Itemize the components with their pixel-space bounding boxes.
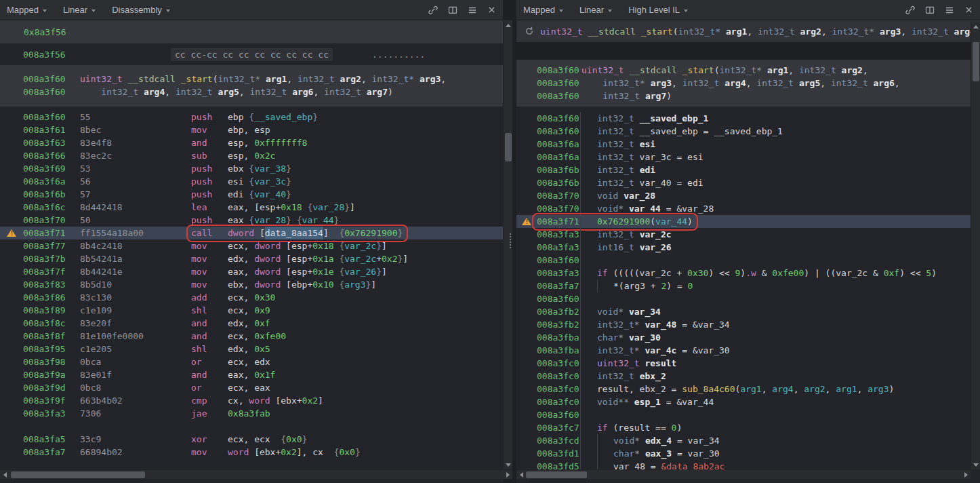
disassembly-row[interactable]: 008a3f6383e4f8andesp, 0xfffffff8 [0, 136, 503, 149]
disassembly-row[interactable]: 008a3f7b8b54241amovedx, dword [esp+0x1a … [0, 252, 503, 265]
disassembly-row[interactable]: 008a3f838b5d10movebx, dword [ebp+0x10 {a… [0, 278, 503, 291]
code-token[interactable]: sub_8a4c60 [682, 384, 735, 394]
hlil-row[interactable]: 008a3fd1char* eax_3 = var_30 [516, 447, 980, 460]
hlil-row[interactable]: 008a3f70void var_28 [516, 189, 980, 202]
scroll-right-button[interactable] [961, 470, 971, 480]
hlil-row[interactable]: 008a3f6bint32_t edi [516, 163, 980, 176]
link-icon[interactable] [905, 5, 915, 15]
disassembly-row[interactable]: 008a3f9d0bc8orecx, eax [0, 381, 503, 394]
hlil-row[interactable]: 008a3f6aint32_t esi [516, 138, 980, 151]
scroll-down-button[interactable] [971, 460, 980, 469]
disassembly-row[interactable]: 008a3f6a56pushesi {var_3c} [0, 175, 503, 188]
menu-mapped[interactable]: Mapped [523, 5, 563, 15]
hlil-row[interactable]: 008a3fa3int32_t var_2c [516, 228, 980, 241]
hlil-row[interactable]: 008a3fc0result, ebx_2 = sub_8a4c60(arg1,… [516, 383, 980, 395]
menu-linear[interactable]: Linear [63, 5, 96, 15]
disassembly-row[interactable]: 008a3f8c83e20fandedx, 0xf [0, 317, 503, 330]
disassembly-row[interactable]: 008a3f8683c130addecx, 0x30 [0, 291, 503, 304]
menu-linear[interactable]: Linear [579, 5, 612, 15]
hamburger-menu-icon[interactable] [945, 5, 954, 15]
menu-view-hlil[interactable]: High Level IL [628, 5, 688, 15]
disassembly-row[interactable]: 008a3fa766894b02movword [ebx+0x2], cx {0… [0, 446, 503, 459]
disassembly-row[interactable]: 008a3f6055pushebp {__saved_ebp} [0, 111, 503, 123]
hlil-row[interactable]: 008a3fc7if (result == 0) [516, 421, 980, 434]
disassembly-row[interactable]: 008a3fa37306jae0x8a3fab [0, 407, 503, 420]
code-token[interactable]: _start [641, 26, 673, 37]
hlil-row[interactable]: 008a3fcdvoid* edx_4 = var_34 [516, 434, 980, 447]
hlil-row[interactable]: 008a3fb2void* var_34 [516, 305, 980, 318]
function-signature-row[interactable]: 008a3f60uint32_t __stdcall _start(int32_… [516, 64, 980, 77]
disassembly-row[interactable]: 008a3f89c1e109shlecx, 0x9 [0, 304, 503, 317]
scrollbar-thumb[interactable] [526, 471, 587, 478]
code-token[interactable]: data_8aa154 [265, 227, 323, 239]
hlil-row[interactable]: 008a3fc0int32_t ebx_2 [516, 370, 980, 383]
disassembly-row[interactable]: 008a3f980bcaorecx, edx [0, 355, 503, 368]
code-token[interactable]: _start [682, 65, 714, 75]
right-vertical-scrollbar[interactable] [971, 22, 980, 469]
hlil-row[interactable]: 008a3fc0uint32_t result [516, 357, 980, 370]
menu-view-disassembly[interactable]: Disassembly [112, 5, 170, 15]
hlil-row[interactable]: 008a3f60 [516, 254, 980, 267]
function-signature-row[interactable]: 008a3f60uint32_t __stdcall _start(int32_… [0, 73, 503, 85]
hlil-row[interactable]: 008a3f6bint32_t var_40 = edi [516, 176, 980, 189]
disassembly-row[interactable]: 008a3f7050pusheax {var_28} {var_44} [0, 214, 503, 227]
disassembly-row[interactable]: 008a3f618becmovebp, esp [0, 123, 503, 136]
code-token[interactable]: _start [181, 73, 213, 85]
hamburger-menu-icon[interactable] [468, 5, 477, 15]
scrollbar-thumb[interactable] [973, 42, 979, 81]
scroll-down-button[interactable] [504, 460, 513, 469]
disassembly-row[interactable]: 008a3f7f8b44241emoveax, dword [esp+0x1e … [0, 265, 503, 278]
hlil-row[interactable]: 008a3fb2int32_t* var_48 = &var_34 [516, 318, 980, 331]
disassembly-row[interactable]: 008a3f6953pushebx {var_38} [0, 162, 503, 175]
split-pane-icon[interactable] [925, 5, 935, 15]
disassembly-row[interactable]: 008a3f778b4c2418movecx, dword [esp+0x18 … [0, 239, 503, 252]
hlil-row[interactable]: 008a3fbachar* var_30 [516, 331, 980, 344]
menu-mapped[interactable]: Mapped [7, 5, 47, 15]
disassembly-row[interactable]: 008a3f9f663b4b02cmpcx, word [ebx+0x2] [0, 394, 503, 407]
hlil-row[interactable]: 008a3f60 [516, 292, 980, 305]
right-horizontal-scrollbar[interactable] [516, 469, 971, 479]
disassembly-row[interactable]: 008a3fa533c9xorecx, ecx {0x0} [0, 433, 503, 446]
left-vertical-scrollbar[interactable] [503, 20, 512, 469]
sticky-function-header[interactable]: uint32_t __stdcall _start(int32_t* arg1,… [516, 20, 980, 42]
scroll-left-button[interactable] [516, 470, 526, 480]
code-token: int32_t* [218, 73, 261, 85]
function-signature-row[interactable]: 008a3f60 int32_t* arg3, int32_t arg4, in… [516, 77, 980, 90]
hlil-row[interactable]: 008a3fa3if (((((var_2c + 0x30) << 9).w &… [516, 267, 980, 279]
scroll-up-button[interactable] [971, 22, 980, 31]
hlil-row[interactable]: 008a3f60int32_t __saved_ebp = __saved_eb… [516, 125, 980, 138]
disassembly-row[interactable]: 008a3f6b57pushedi {var_40} [0, 188, 503, 201]
hlil-row[interactable]: 008a3f60 [516, 408, 980, 421]
code-token[interactable]: &data_8ab2ac [661, 461, 724, 469]
hlil-row[interactable]: 008a3fc0void** esp_1 = &var_44 [516, 395, 980, 408]
hex-dump-row[interactable]: 008a3f56 cc cc-cc cc cc cc cc cc cc cc .… [0, 48, 503, 61]
scroll-up-button[interactable] [504, 20, 513, 30]
disassembly-row[interactable]: 008a3f9a83e01fandeax, 0x1f [0, 368, 503, 381]
disassembly-row[interactable] [0, 420, 503, 433]
disassembly-row[interactable]: 008a3f6c8d442418leaeax, [esp+0x18 {var_2… [0, 201, 503, 214]
scrollbar-thumb[interactable] [505, 133, 512, 161]
close-icon[interactable] [964, 5, 973, 14]
hlil-row[interactable]: 008a3fa7*(arg3 + 2) = 0 [516, 279, 980, 292]
function-signature-row[interactable]: 008a3f60 int32_t arg7) [516, 90, 980, 102]
link-icon[interactable] [428, 5, 438, 15]
scroll-left-button[interactable] [0, 470, 9, 480]
hlil-row[interactable]: 008a3f6aint32_t var_3c = esi [516, 151, 980, 163]
close-icon[interactable] [487, 5, 496, 14]
hlil-row[interactable]: 008a3fbaint32_t* var_4c = &var_30 [516, 344, 980, 357]
split-pane-icon[interactable] [448, 5, 457, 15]
function-signature-row[interactable]: 008a3f60 int32_t arg4, int32_t arg5, int… [0, 85, 503, 98]
hlil-row[interactable]: 008a3fd5var_48 = &data_8ab2ac [516, 460, 980, 469]
disassembly-row[interactable]: 008a3f8f81e100fe0000andecx, 0xfe00 [0, 330, 503, 343]
hlil-row[interactable]: 008a3fa3int16_t var_26 [516, 241, 980, 254]
disassembly-row[interactable]: 008a3f95c1e205shledx, 0x5 [0, 343, 503, 355]
disassembly-row[interactable]: 008a3f71ff1554a18a00calldword [data_8aa1… [0, 227, 503, 239]
hlil-row[interactable]: 008a3f70void* var_44 = &var_28 [516, 202, 980, 215]
left-horizontal-scrollbar[interactable] [0, 469, 512, 479]
hlil-row[interactable]: 008a3f60int32_t __saved_ebp_1 [516, 112, 980, 125]
hlil-row[interactable]: 008a3f710x76291900(var_44) [516, 215, 980, 228]
scrollbar-thumb[interactable] [11, 471, 145, 478]
address-peek-row[interactable]: 0x8a3f56 [0, 20, 503, 43]
disassembly-row[interactable]: 008a3f6683ec2csubesp, 0x2c [0, 149, 503, 162]
scroll-right-button[interactable] [503, 470, 512, 480]
